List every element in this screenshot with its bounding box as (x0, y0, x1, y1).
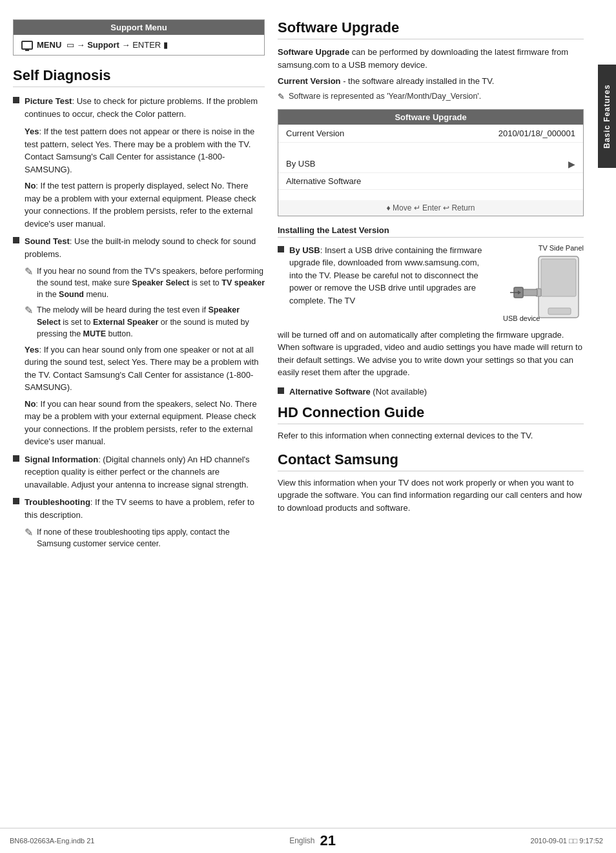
troubleshooting-term: Troubleshooting (25, 497, 90, 507)
nav-separator: ▭ → Support → ENTER ▮ (64, 40, 168, 50)
svg-rect-2 (548, 308, 571, 314)
sound-note-1-content: If you hear no sound from the TV's speak… (37, 265, 265, 300)
bullet-icon (13, 455, 19, 462)
no-label-2: No (25, 399, 36, 409)
bullet-icon (13, 97, 19, 103)
usb-full-text-content: will be turned off and on automatically … (278, 330, 582, 378)
no-text-2: : If you can hear sound from the speaker… (25, 399, 257, 447)
sound-note-2: ✎ The melody will be heard during the te… (25, 304, 265, 339)
by-usb-row: By USB ▶ (278, 156, 583, 173)
alt-software-row: Alternative Software (278, 173, 583, 190)
signal-info-item: Signal Information: (Digital channels on… (13, 453, 265, 491)
sw-note-icon: ✎ (278, 92, 285, 101)
main-content: Support Menu MENU ▭ → Support → ENTER ▮ … (0, 0, 616, 828)
sw-box-bottom-bar: ♦ Move ↵ Enter ↩ Return (278, 200, 583, 216)
self-diagnosis-title: Self Diagnosis (13, 67, 265, 87)
sound-test-item: Sound Test: Use the built-in melody soun… (13, 235, 265, 260)
picture-test-term: Picture Test (25, 96, 72, 106)
note-icon-2: ✎ (25, 304, 33, 339)
sound-test-content: Sound Test: Use the built-in melody soun… (25, 235, 265, 260)
yes-label-1: Yes (25, 127, 39, 136)
troubleshooting-note-content: If none of these troubleshooting tips ap… (37, 526, 265, 550)
side-tab-text: Basic Features (602, 84, 611, 148)
sw-note: ✎ Software is represented as 'Year/Month… (278, 92, 584, 101)
nav-menu-text: MENU (37, 40, 61, 50)
contact-samsung-title: Contact Samsung (278, 451, 584, 471)
support-menu-nav: MENU ▭ → Support → ENTER ▮ (14, 35, 264, 55)
troubleshooting-item: Troubleshooting: If the TV seems to have… (13, 496, 265, 521)
picture-test-no: No: If the test pattern is properly disp… (25, 180, 265, 230)
page-number-area: English 21 (289, 832, 336, 849)
by-usb-item: By USB: Insert a USB drive containing th… (278, 244, 493, 307)
menu-icon (21, 41, 33, 50)
sw-note-text: Software is represented as 'Year/Month/D… (289, 92, 481, 101)
by-usb-content: By USB: Insert a USB drive containing th… (289, 244, 493, 307)
alt-software-label: Alternative Software (286, 176, 361, 186)
sound-note-1: ✎ If you hear no sound from the TV's spe… (25, 265, 265, 300)
right-column: Software Upgrade Software Upgrade can be… (278, 19, 606, 815)
footer-right: 2010-09-01 □□ 9:17:52 (531, 837, 603, 845)
by-usb-term: By USB (289, 245, 320, 255)
bullet-icon (13, 498, 19, 504)
bullet-icon (13, 237, 19, 243)
sw-current-version-row: Current Version 2010/01/18/_000001 (278, 125, 583, 143)
svg-rect-1 (541, 259, 576, 296)
english-label: English (289, 836, 314, 845)
sound-test-term: Sound Test (25, 236, 70, 246)
troubleshooting-note: ✎ If none of these troubleshooting tips … (25, 526, 265, 550)
no-label-1: No (25, 181, 36, 190)
sw-bold-1: Software Upgrade (278, 47, 349, 57)
usb-text-block: By USB: Insert a USB drive containing th… (278, 244, 493, 322)
footer-left: BN68-02663A-Eng.indb 21 (10, 837, 94, 845)
sound-note-2-content: The melody will be heard during the test… (37, 304, 265, 339)
usb-diagram: TV Side Panel (500, 244, 584, 322)
bullet-icon (278, 246, 284, 252)
sw-bold-2: Current Version (278, 76, 341, 86)
installing-title: Installing the Latest Version (278, 225, 584, 238)
picture-test-yes: YesYes: If the test pattern does not app… (25, 125, 265, 176)
sw-desc-1: Software Upgrade can be performed by dow… (278, 46, 584, 71)
alt-software-content: Alternative Software (Not available) (289, 385, 584, 398)
yes-text-2: : If you can hear sound only from one sp… (25, 345, 259, 393)
software-upgrade-title: Software Upgrade (278, 19, 584, 39)
alt-software-item: Alternative Software (Not available) (278, 385, 584, 398)
picture-test-content: Picture Test: Use to check for picture p… (25, 95, 265, 120)
page: Basic Features Support Menu MENU ▭ → Sup… (0, 0, 616, 853)
sw-desc-2: Current Version - the software already i… (278, 75, 584, 88)
page-number: 21 (320, 832, 335, 849)
page-footer: BN68-02663A-Eng.indb 21 English 21 2010-… (0, 828, 616, 853)
current-version-value: 2010/01/18/_000001 (498, 128, 575, 138)
usb-section: By USB: Insert a USB drive containing th… (278, 244, 584, 322)
sw-desc-2-text: - the software already installed in the … (341, 76, 495, 86)
sw-spacer (278, 143, 583, 156)
alt-software-detail: (Not available) (371, 387, 427, 396)
signal-info-term: Signal Information (25, 455, 98, 464)
support-menu-box: Support Menu MENU ▭ → Support → ENTER ▮ (13, 19, 265, 56)
side-tab-label: Basic Features (598, 65, 616, 168)
support-menu-title: Support Menu (14, 20, 264, 35)
hd-connection-desc: Refer to this information when connectin… (278, 429, 584, 442)
current-version-label: Current Version (286, 128, 344, 138)
tv-side-panel-label: TV Side Panel (500, 244, 584, 252)
alt-software-term: Alternative Software (289, 387, 371, 396)
signal-info-content: Signal Information: (Digital channels on… (25, 453, 265, 491)
yes-label-2: Yes (25, 345, 39, 355)
sound-test-no: No: If you can hear sound from the speak… (25, 398, 265, 448)
by-usb-arrow: ▶ (568, 159, 575, 169)
contact-samsung-desc: View this information when your TV does … (278, 477, 584, 515)
note-icon-3: ✎ (25, 526, 33, 550)
sound-test-indent: Yes: If you can hear sound only from one… (25, 344, 265, 448)
usb-full-text: will be turned off and on automatically … (278, 329, 584, 379)
bullet-icon (278, 387, 284, 394)
hd-connection-title: HD Connection Guide (278, 404, 584, 424)
sw-box-title: Software Upgrade (278, 110, 583, 125)
note-icon-1: ✎ (25, 265, 33, 300)
picture-test-indent: YesYes: If the test pattern does not app… (25, 125, 265, 230)
picture-test-item: Picture Test: Use to check for picture p… (13, 95, 265, 120)
yes-text-1-display: : If the test pattern does not appear or… (25, 127, 254, 174)
sw-spacer2 (278, 190, 583, 200)
tv-diagram-svg (500, 253, 584, 324)
no-text-1: : If the test pattern is properly displa… (25, 181, 256, 229)
left-column: Support Menu MENU ▭ → Support → ENTER ▮ … (13, 19, 265, 815)
sw-upgrade-box: Software Upgrade Current Version 2010/01… (278, 109, 584, 216)
